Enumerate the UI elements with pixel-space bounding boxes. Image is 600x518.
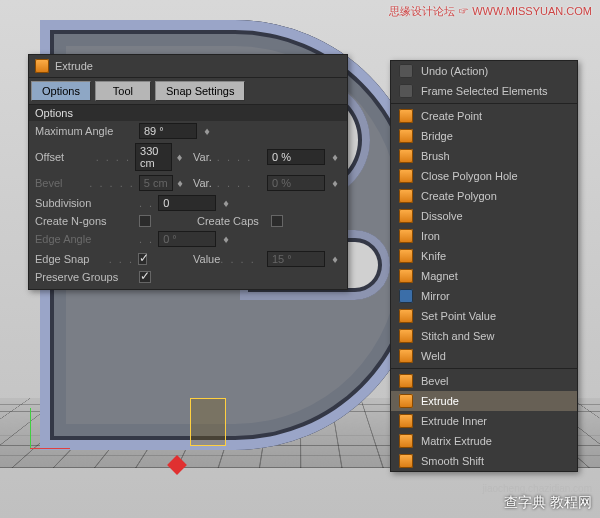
close-polygon-hole-icon [399,169,413,183]
stitch-and-sew-icon [399,329,413,343]
panel-title-bar[interactable]: Extrude [29,55,347,78]
panel-tabs: Options Tool Snap Settings [29,78,347,105]
smooth-shift-icon [399,454,413,468]
brush-icon [399,149,413,163]
tab-snap-settings[interactable]: Snap Settings [155,81,246,101]
menu-item-undo-action-[interactable]: Undo (Action) [391,61,577,81]
spinner-icon: ♦ [329,253,341,265]
label-edge-angle: Edge Angle [35,233,135,245]
menu-item-label: Bevel [421,375,449,387]
menu-item-set-point-value[interactable]: Set Point Value [391,306,577,326]
menu-item-iron[interactable]: Iron [391,226,577,246]
menu-item-label: Iron [421,230,440,242]
menu-item-magnet[interactable]: Magnet [391,266,577,286]
menu-item-label: Mirror [421,290,450,302]
menu-item-label: Weld [421,350,446,362]
panel-title: Extrude [55,60,93,72]
label-offset: Offset [35,151,92,163]
menu-item-knife[interactable]: Knife [391,246,577,266]
menu-item-frame-selected-elements[interactable]: Frame Selected Elements [391,81,577,101]
field-subdivision[interactable]: 0 [158,195,216,211]
menu-separator [391,368,577,369]
matrix-extrude-icon [399,434,413,448]
menu-item-extrude-inner[interactable]: Extrude Inner [391,411,577,431]
menu-item-create-point[interactable]: Create Point [391,106,577,126]
field-bevel: 5 cm [139,175,173,191]
field-var1[interactable]: 0 % [267,149,325,165]
create-point-icon [399,109,413,123]
menu-item-label: Matrix Extrude [421,435,492,447]
menu-item-dissolve[interactable]: Dissolve [391,206,577,226]
spinner-icon: ♦ [220,233,232,245]
menu-item-stitch-and-sew[interactable]: Stitch and Sew [391,326,577,346]
create-polygon-icon [399,189,413,203]
menu-item-mirror[interactable]: Mirror [391,286,577,306]
spinner-icon[interactable]: ♦ [201,125,213,137]
spinner-icon[interactable]: ♦ [220,197,232,209]
label-value: Value. . . . [193,253,263,265]
mirror-icon [399,289,413,303]
checkbox-create-caps[interactable] [271,215,283,227]
label-create-ngons: Create N-gons [35,215,135,227]
spinner-icon: ♦ [177,177,183,189]
menu-item-create-polygon[interactable]: Create Polygon [391,186,577,206]
menu-item-label: Brush [421,150,450,162]
menu-separator [391,103,577,104]
set-point-value-icon [399,309,413,323]
menu-item-label: Undo (Action) [421,65,488,77]
field-offset[interactable]: 330 cm [135,143,172,171]
spinner-icon: ♦ [329,177,341,189]
label-bevel: Bevel [35,177,85,189]
knife-icon [399,249,413,263]
checkbox-preserve-groups[interactable] [139,271,151,283]
spinner-icon[interactable]: ♦ [176,151,183,163]
menu-item-label: Extrude [421,395,459,407]
menu-item-label: Frame Selected Elements [421,85,548,97]
label-max-angle: Maximum Angle [35,125,135,137]
menu-item-label: Set Point Value [421,310,496,322]
watermark-url: jiaocheng.chazidian.com [482,483,592,494]
section-header: Options [29,105,347,121]
menu-item-label: Magnet [421,270,458,282]
menu-item-label: Knife [421,250,446,262]
label-var1: Var. . . . . [193,151,263,163]
menu-item-label: Dissolve [421,210,463,222]
menu-item-label: Extrude Inner [421,415,487,427]
menu-item-label: Close Polygon Hole [421,170,518,182]
menu-item-extrude[interactable]: Extrude [391,391,577,411]
magnet-icon [399,269,413,283]
extrude-icon [35,59,49,73]
extrude-inner-icon [399,414,413,428]
menu-item-weld[interactable]: Weld [391,346,577,366]
extrude-panel: Extrude Options Tool Snap Settings Optio… [28,54,348,290]
checkbox-edge-snap[interactable] [138,253,147,265]
label-edge-snap: Edge Snap [35,253,105,265]
menu-item-label: Create Polygon [421,190,497,202]
menu-item-smooth-shift[interactable]: Smooth Shift [391,451,577,471]
field-max-angle[interactable]: 89 ° [139,123,197,139]
label-var2: Var. . . . . [193,177,263,189]
menu-item-brush[interactable]: Brush [391,146,577,166]
context-menu: Undo (Action)Frame Selected ElementsCrea… [390,60,578,472]
menu-item-matrix-extrude[interactable]: Matrix Extrude [391,431,577,451]
watermark-bottom: 查字典 教程网 [504,494,592,512]
label-create-caps: Create Caps [197,215,267,227]
tab-tool[interactable]: Tool [95,81,151,101]
dissolve-icon [399,209,413,223]
menu-item-label: Smooth Shift [421,455,484,467]
tab-options[interactable]: Options [31,81,91,101]
field-var2: 0 % [267,175,325,191]
undo-action--icon [399,64,413,78]
checkbox-create-ngons[interactable] [139,215,151,227]
menu-item-bevel[interactable]: Bevel [391,371,577,391]
weld-icon [399,349,413,363]
menu-item-close-polygon-hole[interactable]: Close Polygon Hole [391,166,577,186]
bevel-icon [399,374,413,388]
menu-item-label: Bridge [421,130,453,142]
field-edge-angle: 0 ° [158,231,216,247]
menu-item-bridge[interactable]: Bridge [391,126,577,146]
frame-selected-elements-icon [399,84,413,98]
iron-icon [399,229,413,243]
spinner-icon[interactable]: ♦ [329,151,341,163]
watermark-top: 思缘设计论坛 ☞ WWW.MISSYUAN.COM [389,4,592,19]
